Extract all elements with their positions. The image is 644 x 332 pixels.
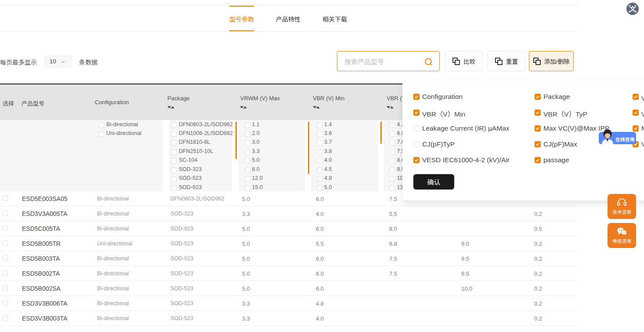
svg-text:文: 文	[630, 4, 636, 13]
